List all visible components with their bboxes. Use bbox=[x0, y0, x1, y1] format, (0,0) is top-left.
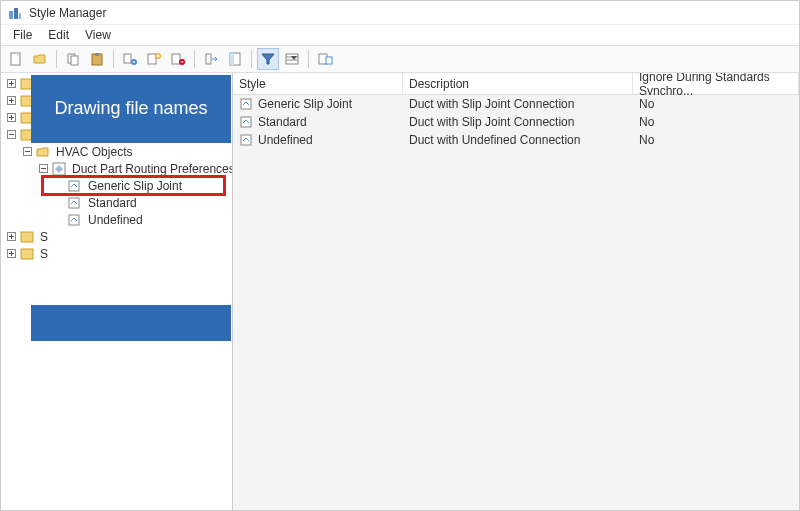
content-area: HVAC Objects Duct Part Routing Preferenc… bbox=[1, 73, 799, 510]
style-icon bbox=[239, 96, 255, 112]
purge-button[interactable] bbox=[167, 48, 189, 70]
tree-row-routing-prefs[interactable]: Duct Part Routing Preferences bbox=[1, 160, 232, 177]
svg-rect-21 bbox=[326, 57, 332, 64]
tree-panel: HVAC Objects Duct Part Routing Preferenc… bbox=[1, 73, 233, 510]
drawing-icon bbox=[19, 229, 35, 245]
tree-label: Undefined bbox=[86, 213, 145, 227]
expand-icon[interactable] bbox=[5, 112, 17, 124]
collapse-icon[interactable] bbox=[21, 146, 33, 158]
open-drawing-button[interactable] bbox=[29, 48, 51, 70]
column-header-description[interactable]: Description bbox=[403, 73, 633, 94]
svg-rect-55 bbox=[241, 135, 251, 145]
svg-rect-52 bbox=[21, 249, 33, 259]
annotation-overlay: Drawing file names bbox=[31, 75, 231, 143]
inline-edit-button[interactable] bbox=[314, 48, 336, 70]
svg-rect-14 bbox=[206, 54, 211, 64]
tree-spacer bbox=[53, 197, 65, 209]
send-style-button[interactable] bbox=[119, 48, 141, 70]
tree-row-undefined[interactable]: Undefined bbox=[1, 211, 232, 228]
svg-rect-1 bbox=[14, 8, 18, 19]
expand-icon[interactable] bbox=[5, 95, 17, 107]
window-title: Style Manager bbox=[29, 6, 106, 20]
svg-rect-10 bbox=[148, 54, 156, 64]
svg-rect-54 bbox=[241, 117, 251, 127]
title-bar: Style Manager bbox=[1, 1, 799, 25]
toolbar-separator bbox=[308, 50, 309, 68]
svg-rect-42 bbox=[69, 181, 79, 191]
tree-row-generic-slip-joint[interactable]: Generic Slip Joint bbox=[1, 177, 232, 194]
toolbar-separator bbox=[194, 50, 195, 68]
tree-row-drawing[interactable]: S bbox=[1, 245, 232, 262]
list-row[interactable]: Undefined Duct with Undefined Connection… bbox=[233, 131, 799, 149]
style-icon bbox=[239, 114, 255, 130]
expand-icon[interactable] bbox=[5, 231, 17, 243]
menu-file[interactable]: File bbox=[5, 26, 40, 44]
copy-button[interactable] bbox=[62, 48, 84, 70]
style-manager-window: Style Manager File Edit View bbox=[0, 0, 800, 511]
svg-rect-48 bbox=[21, 232, 33, 242]
tree-label: Standard bbox=[86, 196, 139, 210]
svg-rect-12 bbox=[172, 54, 180, 64]
collapse-icon[interactable] bbox=[37, 163, 49, 175]
folder-icon bbox=[35, 144, 51, 160]
tree-row-standard[interactable]: Standard bbox=[1, 194, 232, 211]
svg-rect-7 bbox=[95, 53, 99, 56]
details-view-button[interactable] bbox=[281, 48, 303, 70]
new-style-button[interactable] bbox=[143, 48, 165, 70]
toggle-view-button[interactable] bbox=[224, 48, 246, 70]
cell-description: Duct with Undefined Connection bbox=[409, 133, 580, 147]
list-header: Style Description Ignore During Standard… bbox=[233, 73, 799, 95]
paste-button[interactable] bbox=[86, 48, 108, 70]
style-category-icon bbox=[51, 161, 67, 177]
svg-rect-53 bbox=[241, 99, 251, 109]
svg-rect-16 bbox=[230, 53, 234, 65]
cell-style-name: Standard bbox=[258, 115, 307, 129]
cell-style-name: Generic Slip Joint bbox=[258, 97, 352, 111]
cell-style-name: Undefined bbox=[258, 133, 313, 147]
toolbar-separator bbox=[56, 50, 57, 68]
new-drawing-button[interactable] bbox=[5, 48, 27, 70]
toolbar bbox=[1, 45, 799, 73]
tree-label: HVAC Objects bbox=[54, 145, 134, 159]
style-icon bbox=[67, 212, 83, 228]
style-icon bbox=[67, 195, 83, 211]
tree-spacer bbox=[53, 180, 65, 192]
collapse-icon[interactable] bbox=[5, 129, 17, 141]
cell-description: Duct with Slip Joint Connection bbox=[409, 97, 574, 111]
cell-description: Duct with Slip Joint Connection bbox=[409, 115, 574, 129]
svg-rect-43 bbox=[69, 198, 79, 208]
tree-label: Duct Part Routing Preferences bbox=[70, 162, 233, 176]
list-row[interactable]: Standard Duct with Slip Joint Connection… bbox=[233, 113, 799, 131]
svg-rect-5 bbox=[71, 56, 78, 65]
annotation-text: Drawing file names bbox=[54, 98, 207, 120]
svg-rect-44 bbox=[69, 215, 79, 225]
cell-ignore: No bbox=[639, 97, 654, 111]
expand-icon[interactable] bbox=[5, 78, 17, 90]
cell-ignore: No bbox=[639, 115, 654, 129]
expand-icon[interactable] bbox=[5, 248, 17, 260]
list-row[interactable]: Generic Slip Joint Duct with Slip Joint … bbox=[233, 95, 799, 113]
cell-ignore: No bbox=[639, 133, 654, 147]
column-header-style[interactable]: Style bbox=[233, 73, 403, 94]
app-icon bbox=[7, 5, 23, 21]
tree-label: S bbox=[38, 230, 50, 244]
filter-button[interactable] bbox=[257, 48, 279, 70]
style-icon bbox=[67, 178, 83, 194]
svg-rect-2 bbox=[19, 13, 21, 19]
menu-bar: File Edit View bbox=[1, 25, 799, 45]
tree-label: Generic Slip Joint bbox=[86, 179, 184, 193]
tree-spacer bbox=[53, 214, 65, 226]
menu-view[interactable]: View bbox=[77, 26, 119, 44]
svg-rect-0 bbox=[9, 11, 13, 19]
list-panel: Style Description Ignore During Standard… bbox=[233, 73, 799, 510]
tree-row-hvac-objects[interactable]: HVAC Objects bbox=[1, 143, 232, 160]
column-header-ignore[interactable]: Ignore During Standards Synchro... bbox=[633, 73, 799, 94]
tree-row-drawing[interactable]: S bbox=[1, 228, 232, 245]
tree-label: S bbox=[38, 247, 50, 261]
dropdown-arrow-icon bbox=[291, 56, 307, 72]
set-from-button[interactable] bbox=[200, 48, 222, 70]
drawing-icon bbox=[19, 246, 35, 262]
menu-edit[interactable]: Edit bbox=[40, 26, 77, 44]
list-body[interactable]: Generic Slip Joint Duct with Slip Joint … bbox=[233, 95, 799, 510]
svg-rect-8 bbox=[124, 54, 131, 63]
